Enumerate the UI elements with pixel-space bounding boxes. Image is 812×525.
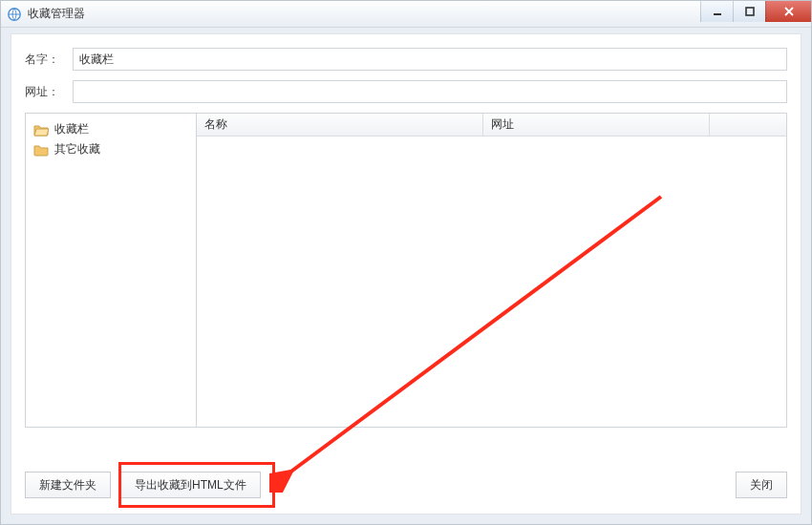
export-html-button[interactable]: 导出收藏到HTML文件 bbox=[120, 472, 261, 498]
close-button[interactable]: 关闭 bbox=[736, 472, 787, 498]
client-area: 名字： 网址： 收藏栏 其它收藏 名称 网 bbox=[11, 33, 801, 514]
column-header-name[interactable]: 名称 bbox=[197, 114, 483, 136]
tree-item-label: 收藏栏 bbox=[54, 121, 89, 137]
folder-open-icon bbox=[33, 123, 49, 136]
url-row: 网址： bbox=[25, 80, 787, 103]
column-header-spacer bbox=[710, 114, 786, 136]
split-pane: 收藏栏 其它收藏 名称 网址 bbox=[25, 113, 787, 428]
title-bar: 收藏管理器 bbox=[1, 1, 811, 28]
tree-item-label: 其它收藏 bbox=[54, 141, 100, 158]
name-row: 名字： bbox=[25, 48, 787, 71]
new-folder-button[interactable]: 新建文件夹 bbox=[25, 472, 111, 498]
grid-body[interactable] bbox=[197, 136, 786, 427]
svg-rect-1 bbox=[714, 13, 721, 15]
minimize-button[interactable] bbox=[700, 1, 733, 22]
window-title: 收藏管理器 bbox=[28, 6, 85, 22]
folder-tree[interactable]: 收藏栏 其它收藏 bbox=[25, 113, 197, 428]
url-input[interactable] bbox=[73, 80, 787, 103]
grid-header: 名称 网址 bbox=[197, 114, 786, 136]
footer-bar: 新建文件夹 导出收藏到HTML文件 关闭 bbox=[25, 472, 787, 498]
name-input[interactable] bbox=[73, 48, 787, 71]
app-icon bbox=[7, 7, 22, 22]
tree-item-other-bookmarks[interactable]: 其它收藏 bbox=[30, 139, 192, 159]
column-header-url[interactable]: 网址 bbox=[483, 114, 710, 136]
svg-rect-2 bbox=[746, 8, 754, 15]
maximize-button[interactable] bbox=[733, 1, 765, 22]
tree-item-bookmarks-bar[interactable]: 收藏栏 bbox=[30, 119, 192, 139]
window-controls bbox=[700, 1, 811, 22]
url-label: 网址： bbox=[25, 84, 73, 100]
name-label: 名字： bbox=[25, 52, 73, 68]
folder-closed-icon bbox=[33, 143, 49, 157]
close-window-button[interactable] bbox=[765, 1, 811, 22]
bookmark-grid: 名称 网址 bbox=[197, 113, 787, 428]
